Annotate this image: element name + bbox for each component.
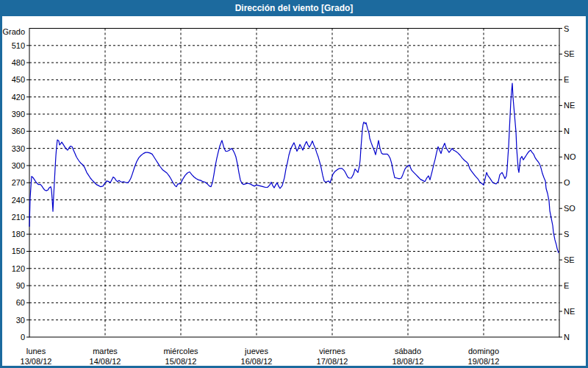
y-tick-label: 330 [12, 144, 25, 153]
y-tick-label: 240 [12, 196, 25, 205]
day-date-label: 19/08/12 [468, 357, 500, 366]
day-name-label: jueves [244, 347, 268, 355]
day-date-label: 14/08/12 [90, 357, 121, 366]
compass-label: NE [564, 307, 575, 316]
y-tick-label: 480 [12, 58, 25, 67]
compass-label: NO [564, 152, 576, 161]
window-titlebar: Dirección del viento [Grado] [0, 0, 588, 16]
compass-label: E [564, 75, 569, 84]
y-axis-title: Grado [2, 27, 25, 36]
day-name-label: lunes [26, 347, 46, 355]
wind-direction-line [29, 83, 559, 253]
day-date-label: 17/08/12 [317, 357, 348, 366]
y-tick-label: 390 [12, 110, 25, 118]
compass-label: SE [564, 49, 575, 58]
y-tick-label: 360 [12, 127, 25, 135]
day-name-label: martes [93, 347, 118, 355]
compass-label: SE [564, 255, 575, 264]
y-tick-label: 0 [21, 333, 25, 342]
y-tick-label: 180 [12, 230, 25, 238]
y-tick-label: 30 [16, 316, 25, 325]
day-name-label: sábado [395, 347, 421, 355]
y-tick-label: 210 [12, 213, 25, 222]
y-tick-label: 120 [12, 264, 25, 273]
day-date-label: 16/08/12 [241, 357, 273, 366]
compass-label: NE [564, 101, 575, 110]
y-tick-label: 150 [12, 247, 25, 255]
compass-label: S [564, 230, 569, 238]
y-tick-label: 420 [12, 93, 25, 102]
compass-label: N [564, 127, 570, 135]
y-tick-label: 90 [16, 281, 25, 290]
window-title: Dirección del viento [Grado] [235, 3, 354, 13]
day-name-label: miércoles [163, 347, 198, 355]
y-tick-label: 450 [12, 75, 25, 84]
wind-direction-chart: 0306090120150180210240270300330360390420… [0, 0, 588, 368]
compass-label: E [564, 281, 569, 290]
y-tick-label: 270 [12, 178, 25, 187]
day-name-label: domingo [468, 347, 499, 355]
day-date-label: 13/08/12 [21, 357, 52, 366]
chart-window: 0306090120150180210240270300330360390420… [0, 0, 588, 368]
y-tick-label: 300 [12, 161, 25, 170]
day-name-label: viernes [319, 347, 345, 355]
compass-label: O [564, 178, 570, 187]
day-date-label: 18/08/12 [392, 357, 424, 366]
compass-label: N [564, 333, 570, 342]
y-tick-label: 510 [12, 41, 25, 50]
compass-label: S [564, 24, 569, 33]
y-tick-label: 60 [16, 298, 25, 307]
compass-label: SO [564, 204, 576, 213]
day-date-label: 15/08/12 [165, 357, 197, 366]
